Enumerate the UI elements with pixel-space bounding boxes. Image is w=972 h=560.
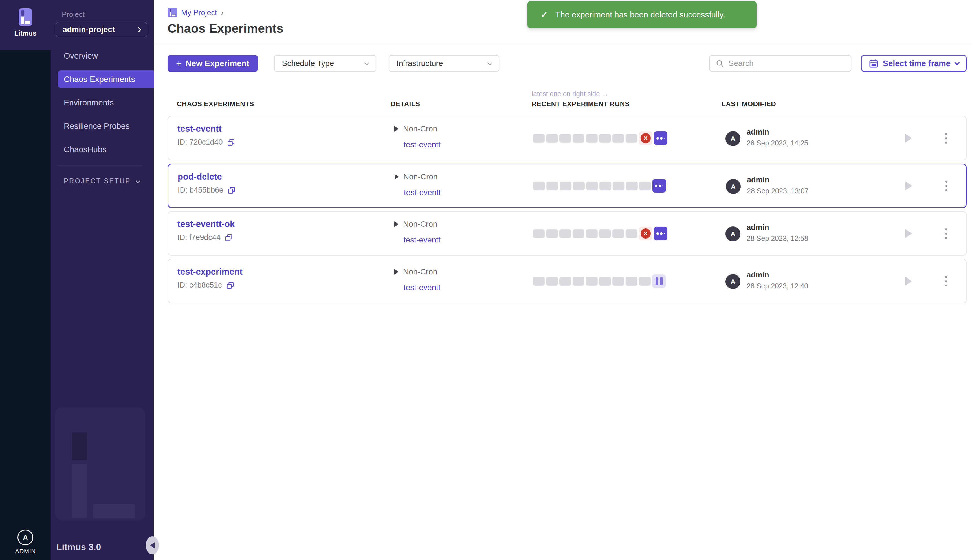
row-menu-button[interactable] (940, 212, 952, 255)
run-indicator-empty (533, 182, 545, 190)
sidebar-collapse-button[interactable] (146, 536, 159, 554)
infrastructure-link[interactable]: test-eventt (403, 140, 440, 149)
run-indicator-running[interactable] (654, 132, 667, 145)
recent-runs: ✕ (533, 117, 667, 160)
run-indicator-empty (559, 229, 571, 238)
new-experiment-button[interactable]: + New Experiment (168, 55, 258, 72)
project-setup-toggle[interactable]: PROJECT SETUP (64, 177, 142, 185)
runs-order-note: latest one on right side → (532, 90, 609, 98)
search-input[interactable] (729, 59, 845, 68)
user-label: ADMIN (15, 548, 35, 555)
run-experiment-button[interactable] (902, 212, 915, 255)
infrastructure-link[interactable]: test-eventt (403, 235, 440, 245)
experiment-id: ID: b455bb6e (178, 186, 223, 195)
litmus-logo-icon[interactable] (18, 8, 32, 26)
modified-by: admin (747, 176, 769, 184)
run-indicator-empty (573, 182, 585, 190)
copy-icon[interactable] (227, 138, 235, 147)
play-icon (394, 222, 398, 227)
collapse-arrow-icon (150, 542, 155, 548)
left-rail: Litmus A ADMIN (0, 0, 51, 560)
run-indicator-empty (612, 134, 624, 143)
search-icon (715, 59, 724, 68)
infrastructure-link[interactable]: test-eventt (404, 188, 441, 197)
copy-icon[interactable] (226, 281, 234, 290)
toolbar: + New Experiment Schedule Type Infrastru… (168, 55, 967, 72)
avatar: A (725, 131, 740, 146)
row-menu-button[interactable] (940, 117, 952, 160)
play-icon (395, 174, 399, 180)
schedule-type: Non-Cron (403, 220, 437, 229)
column-header-recent-runs: RECENT EXPERIMENT RUNS (532, 100, 630, 108)
experiment-row[interactable]: test-eventt ID: 720c1d40 Non-Cron test-e… (168, 116, 967, 160)
run-indicator-empty (639, 277, 651, 286)
run-indicator-empty (625, 277, 637, 286)
copy-icon[interactable] (225, 233, 233, 242)
sidebar-item-chaos-experiments[interactable]: Chaos Experiments (58, 70, 154, 88)
modified-by: admin (747, 223, 769, 232)
infrastructure-select[interactable]: Infrastructure (389, 55, 499, 72)
page-title: Chaos Experiments (168, 22, 283, 35)
project-setup-label: PROJECT SETUP (64, 177, 136, 185)
avatar: A (725, 274, 740, 289)
run-indicator-failed[interactable]: ✕ (639, 132, 652, 145)
brand-block: Litmus (0, 0, 51, 50)
run-indicator-empty (639, 182, 651, 190)
user-avatar[interactable]: A (17, 530, 33, 545)
recent-runs (533, 164, 666, 207)
search-box (709, 55, 851, 72)
run-indicator-empty (586, 134, 598, 143)
copy-icon[interactable] (227, 186, 236, 195)
run-indicator-empty (546, 277, 558, 286)
experiment-name-link[interactable]: test-experiment (177, 267, 243, 277)
run-experiment-button[interactable] (902, 117, 915, 160)
sidebar-item-environments[interactable]: Environments (58, 94, 154, 112)
success-toast[interactable]: ✓ The experiment has been deleted succes… (527, 1, 757, 28)
run-experiment-button[interactable] (902, 164, 916, 207)
experiment-name-link[interactable]: pod-delete (178, 172, 222, 182)
breadcrumb: My Project › (168, 8, 224, 17)
experiment-name-link[interactable]: test-eventt-ok (177, 219, 235, 229)
litmus-watermark (55, 407, 145, 520)
modified-by: admin (747, 128, 769, 137)
sidebar-item-overview[interactable]: Overview (58, 47, 154, 65)
select-time-frame-button[interactable]: Select time frame (861, 55, 967, 72)
run-indicator-running[interactable] (652, 179, 666, 193)
sidebar: Project admin-project Overview Chaos Exp… (51, 0, 154, 560)
calendar-icon (869, 58, 879, 68)
experiment-row[interactable]: pod-delete ID: b455bb6e Non-Cron test-ev… (168, 163, 967, 208)
user-menu[interactable]: A ADMIN (15, 530, 35, 555)
run-indicator-empty (546, 229, 558, 238)
play-icon (905, 134, 912, 143)
run-indicator-running[interactable] (654, 227, 667, 240)
recent-runs (533, 259, 666, 303)
brand-name: Litmus (14, 29, 37, 37)
run-indicator-failed[interactable]: ✕ (639, 227, 652, 240)
failed-x-icon: ✕ (640, 133, 651, 143)
row-menu-button[interactable] (940, 259, 952, 303)
run-indicator-empty (533, 229, 545, 238)
breadcrumb-project-link[interactable]: My Project (181, 8, 217, 17)
run-indicator-empty (586, 182, 598, 190)
experiment-name-link[interactable]: test-eventt (177, 124, 222, 134)
run-indicator-empty (573, 229, 584, 238)
row-menu-button[interactable] (941, 164, 952, 207)
run-indicator-empty (586, 277, 598, 286)
run-indicator-paused[interactable] (652, 274, 666, 288)
experiment-row[interactable]: test-experiment ID: c4b8c51c Non-Cron te… (168, 259, 967, 303)
sidebar-item-chaoshubs[interactable]: ChaosHubs (58, 141, 154, 158)
modified-date: 28 Sep 2023, 13:07 (747, 187, 809, 195)
infrastructure-link[interactable]: test-eventt (403, 283, 440, 292)
project-selector[interactable]: admin-project (56, 22, 147, 37)
run-indicator-empty (559, 277, 571, 286)
chevron-down-icon (364, 61, 369, 65)
sidebar-nav: Overview Chaos Experiments Environments … (51, 47, 154, 164)
experiment-row[interactable]: test-eventt-ok ID: f7e9dc44 Non-Cron tes… (168, 211, 967, 256)
schedule-type-select[interactable]: Schedule Type (274, 55, 376, 72)
modified-date: 28 Sep 2023, 14:25 (747, 139, 808, 147)
sidebar-item-resilience-probes[interactable]: Resilience Probes (58, 117, 154, 135)
run-experiment-button[interactable] (902, 259, 915, 303)
run-indicator-empty (533, 134, 545, 143)
experiments-list: test-eventt ID: 720c1d40 Non-Cron test-e… (168, 116, 967, 303)
run-indicator-empty (625, 229, 637, 238)
